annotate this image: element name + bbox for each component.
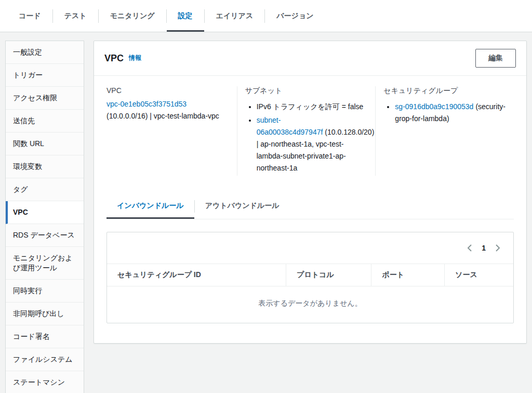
info-link[interactable]: 情報 bbox=[129, 54, 141, 61]
rule-tab-bar: インバウンドルール アウトバウンドルール bbox=[107, 193, 514, 219]
sidebar-item-state-machines[interactable]: ステートマシン bbox=[6, 371, 84, 393]
subnet-list: IPv6 トラフィックを許可 = false subnet-06a00038c4… bbox=[245, 101, 368, 174]
column-header-port: ポート bbox=[371, 264, 444, 286]
chevron-left-icon bbox=[467, 244, 472, 252]
edit-button[interactable]: 編集 bbox=[475, 49, 516, 68]
tab-versions[interactable]: バージョン bbox=[265, 0, 325, 32]
vpc-column: VPC vpc-0e1eb05c3f3751d53 (10.0.0.0/16) … bbox=[107, 86, 237, 176]
inbound-rules-table: 1 セキュリティグループ ID プロトコル ポート ソース 表示するデータがあり… bbox=[107, 232, 514, 323]
sidebar-item-async-invocation[interactable]: 非同期呼び出し bbox=[6, 303, 84, 325]
sidebar-item-code-signing[interactable]: コード署名 bbox=[6, 325, 84, 348]
subnet-id-item: subnet-06a00038c4d97947f(10.0.128.0/20) … bbox=[257, 114, 368, 174]
tab-monitoring[interactable]: モニタリング bbox=[99, 0, 166, 32]
security-group-item: sg-0916db0a9c190053d(security-grop-for-l… bbox=[395, 101, 507, 125]
column-header-protocol: プロトコル bbox=[286, 264, 371, 286]
vpc-panel-header: VPC情報 編集 bbox=[94, 41, 526, 76]
tab-settings[interactable]: 設定 bbox=[167, 0, 204, 32]
function-tab-bar: コード テスト モニタリング 設定 エイリアス バージョン bbox=[0, 0, 532, 32]
subnet-ipv6-item: IPv6 トラフィックを許可 = false bbox=[257, 101, 368, 113]
subnet-label: サブネット bbox=[245, 86, 368, 96]
sidebar-item-monitoring-tools[interactable]: モニタリングおよび運用ツール bbox=[6, 247, 84, 280]
sidebar-item-function-url[interactable]: 関数 URL bbox=[6, 133, 84, 155]
security-group-list: sg-0916db0a9c190053d(security-grop-for-l… bbox=[383, 101, 507, 125]
next-page-button[interactable] bbox=[494, 243, 502, 253]
panel-title-text: VPC bbox=[104, 53, 124, 63]
security-group-link[interactable]: sg-0916db0a9c190053d bbox=[395, 102, 473, 111]
sidebar-item-env-vars[interactable]: 環境変数 bbox=[6, 155, 84, 178]
settings-layout: 一般設定 トリガー アクセス権限 送信先 関数 URL 環境変数 タグ VPC … bbox=[0, 32, 532, 393]
vpc-panel: VPC情報 編集 VPC vpc-0e1eb05c3f3751d53 (10.0… bbox=[94, 41, 527, 344]
previous-page-button[interactable] bbox=[466, 243, 473, 253]
tab-aliases[interactable]: エイリアス bbox=[205, 0, 265, 32]
sidebar-item-triggers[interactable]: トリガー bbox=[6, 64, 84, 87]
column-header-security-group-id: セキュリティグループ ID bbox=[107, 264, 286, 286]
subnet-column: サブネット IPv6 トラフィックを許可 = false subnet-06a0… bbox=[237, 86, 376, 176]
sidebar-item-general[interactable]: 一般設定 bbox=[6, 41, 84, 64]
sidebar-item-destinations[interactable]: 送信先 bbox=[6, 110, 84, 133]
security-group-column: セキュリティグループ sg-0916db0a9c190053d(security… bbox=[375, 86, 514, 176]
vpc-desc: (10.0.0.0/16) | vpc-test-lambda-vpc bbox=[107, 110, 230, 122]
subnet-id-link[interactable]: subnet-06a00038c4d97947f bbox=[257, 116, 323, 136]
chevron-right-icon bbox=[495, 244, 501, 252]
settings-sidebar: 一般設定 トリガー アクセス権限 送信先 関数 URL 環境変数 タグ VPC … bbox=[5, 41, 84, 393]
sidebar-item-tags[interactable]: タグ bbox=[6, 178, 84, 201]
tab-code[interactable]: コード bbox=[7, 0, 52, 32]
sidebar-item-file-systems[interactable]: ファイルシステム bbox=[6, 348, 84, 371]
page-number[interactable]: 1 bbox=[482, 244, 486, 252]
vpc-detail-columns: VPC vpc-0e1eb05c3f3751d53 (10.0.0.0/16) … bbox=[94, 76, 526, 190]
tab-outbound-rules[interactable]: アウトバウンドルール bbox=[195, 193, 290, 219]
pagination: 1 bbox=[107, 232, 513, 264]
table-header-row: セキュリティグループ ID プロトコル ポート ソース bbox=[107, 264, 513, 286]
subnet-ipv6-text: IPv6 トラフィックを許可 = false bbox=[257, 102, 364, 111]
tab-test[interactable]: テスト bbox=[53, 0, 98, 32]
security-group-label: セキュリティグループ bbox=[383, 86, 507, 96]
tab-inbound-rules[interactable]: インバウンドルール bbox=[107, 193, 194, 219]
sidebar-item-vpc[interactable]: VPC bbox=[6, 201, 84, 224]
empty-table-message: 表示するデータがありません。 bbox=[107, 286, 513, 323]
panel-title: VPC情報 bbox=[104, 53, 141, 64]
sidebar-item-concurrency[interactable]: 同時実行 bbox=[6, 280, 84, 303]
vpc-label: VPC bbox=[107, 86, 230, 95]
vpc-id-link[interactable]: vpc-0e1eb05c3f3751d53 bbox=[107, 100, 230, 108]
sidebar-item-rds-databases[interactable]: RDS データベース bbox=[6, 224, 84, 247]
column-header-source: ソース bbox=[444, 264, 513, 286]
sidebar-item-permissions[interactable]: アクセス権限 bbox=[6, 87, 84, 110]
